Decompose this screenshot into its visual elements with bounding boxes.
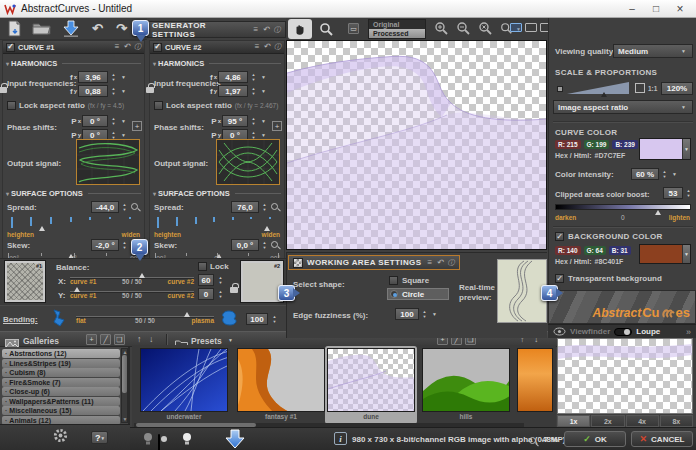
spread-spinner[interactable] <box>120 201 129 213</box>
bending-slider[interactable]: flat 50 / 50 plasma <box>76 313 214 325</box>
fit-to-window-button[interactable] <box>510 23 522 32</box>
move-up-button[interactable]: ↑ <box>137 334 142 344</box>
balance-x-slider[interactable]: curve #1 50 / 50 curve #2 <box>70 274 194 286</box>
color-intensity-value[interactable]: 60 % <box>631 168 659 180</box>
bending-value[interactable]: 100 <box>246 313 268 325</box>
shape-option-circle[interactable]: Circle <box>387 288 449 300</box>
harmonics-section-header[interactable]: HARMONICS <box>153 59 281 68</box>
generator-settings-header[interactable]: GENERATOR SETTINGS <box>147 21 286 38</box>
fy-value[interactable]: 1,97 <box>218 85 248 97</box>
zoom-in-button[interactable] <box>434 21 449 40</box>
gallery-item-abstractions[interactable]: Abstractions (12) <box>2 349 120 358</box>
balance-x-thumb[interactable] <box>139 273 145 278</box>
curve-color-swatch[interactable] <box>639 138 691 160</box>
flat-bending-icon[interactable] <box>50 308 70 332</box>
thumbnail-underwater[interactable]: underwater <box>138 346 230 424</box>
hints-toggle[interactable] <box>158 434 160 450</box>
boost-slider-thumb[interactable] <box>655 210 661 215</box>
balance-lock-checkbox[interactable] <box>198 262 207 271</box>
shape-option-square[interactable]: Square <box>389 276 429 285</box>
spread-zoom-icon[interactable] <box>270 202 281 213</box>
scale-min-knob[interactable] <box>557 86 563 92</box>
menu-icon[interactable] <box>115 42 120 52</box>
plasma-bending-icon[interactable] <box>219 309 239 331</box>
share-download-button[interactable] <box>222 429 248 450</box>
fx-value[interactable]: 3,96 <box>78 71 108 83</box>
balance-y-spinner[interactable] <box>216 288 225 300</box>
main-canvas[interactable] <box>286 40 547 250</box>
fx-spinner[interactable] <box>249 71 258 83</box>
tab-original[interactable]: Original <box>369 20 425 29</box>
px-dropdown[interactable] <box>119 115 128 127</box>
boost-value[interactable]: 53 <box>663 187 683 199</box>
gallery-scrollbar-thumb[interactable] <box>122 355 127 393</box>
gallery-item-fire-smoke[interactable]: Fire&Smoke (7) <box>2 378 120 387</box>
balance-y-thumb[interactable] <box>74 287 80 292</box>
navigator-button[interactable]: ▭ <box>348 23 359 34</box>
gallery-item-close-up[interactable]: Close-up (6) <box>2 387 120 396</box>
scale-percent-value[interactable]: 120% <box>661 82 693 95</box>
fy-spinner[interactable] <box>109 85 118 97</box>
expand-chevron[interactable]: » <box>686 327 691 337</box>
copy-gallery-button[interactable]: ❏ <box>114 334 125 345</box>
save-button[interactable] <box>6 20 24 41</box>
cancel-button[interactable]: CANCEL <box>631 431 693 447</box>
menu-icon[interactable] <box>255 42 260 52</box>
viewfinder-label[interactable]: Viewfinder <box>570 327 610 336</box>
reset-icon[interactable] <box>436 258 443 268</box>
frequency-lock-icon[interactable] <box>146 87 154 93</box>
balance-x-spinner[interactable] <box>216 274 225 286</box>
reset-icon[interactable] <box>262 25 269 35</box>
skew-zoom-icon[interactable] <box>270 240 281 251</box>
curve1-surface-thumbnail[interactable]: #1 <box>5 261 45 302</box>
edge-fuzziness-spinner[interactable] <box>420 308 429 320</box>
loupe-zoom-8x[interactable]: 8x <box>660 415 693 427</box>
curve2-surface-thumbnail[interactable]: #2 <box>241 261 283 302</box>
ok-button[interactable]: OK <box>564 431 626 447</box>
color-picker-dropdown[interactable] <box>682 139 690 159</box>
help-button[interactable]: ? <box>91 431 108 444</box>
phase-add-button[interactable] <box>272 121 282 131</box>
surface-options-header[interactable]: SURFACE OPTIONS <box>6 189 141 198</box>
px-spinner[interactable] <box>109 115 118 127</box>
menu-icon[interactable] <box>427 258 432 268</box>
thumbnail-partial[interactable] <box>515 346 555 424</box>
curve1-header[interactable]: CURVE #1 <box>3 41 144 54</box>
surface-options-header[interactable]: SURFACE OPTIONS <box>153 189 281 198</box>
lock-aspect-checkbox[interactable] <box>154 101 163 110</box>
zoom-tool-button[interactable] <box>314 19 338 39</box>
gallery-item-cubism[interactable]: Cubism (8) <box>2 368 120 377</box>
square-radio[interactable] <box>389 276 398 285</box>
zoom-reset-button[interactable] <box>478 21 493 40</box>
minimize-button[interactable] <box>620 1 644 17</box>
px-value[interactable]: 95 ° <box>222 115 248 127</box>
skew-spinner[interactable] <box>120 239 129 251</box>
edge-fuzziness-value[interactable]: 100 <box>395 308 419 320</box>
circle-radio[interactable] <box>390 290 398 298</box>
balance-y-slider[interactable]: curve #1 50 / 50 curve #2 <box>70 288 194 300</box>
background-color-swatch[interactable] <box>639 244 691 264</box>
px-spinner[interactable] <box>249 115 258 127</box>
loupe-label[interactable]: Loupe <box>636 327 660 336</box>
spread-zoom-icon[interactable] <box>130 202 141 213</box>
balance-x-value[interactable]: 60 <box>198 274 214 286</box>
loupe-zoom-2x[interactable]: 2x <box>591 415 624 427</box>
maximize-button[interactable] <box>644 1 668 17</box>
harmonics-section-header[interactable]: HARMONICS <box>6 59 141 68</box>
add-gallery-button[interactable]: + <box>86 334 97 345</box>
viewfinder-loupe-toggle[interactable] <box>614 328 632 336</box>
balance-lock-icon[interactable] <box>230 287 238 293</box>
thumbnail-hills[interactable]: hills <box>420 346 512 424</box>
reset-icon[interactable] <box>263 42 270 52</box>
curve2-header[interactable]: CURVE #2 <box>150 41 284 54</box>
hint-on-bulb-icon[interactable] <box>182 432 192 450</box>
px-dropdown[interactable] <box>259 115 268 127</box>
frequency-lock-icon[interactable] <box>0 87 7 93</box>
fx-dropdown[interactable] <box>259 71 268 83</box>
edit-gallery-button[interactable]: ╱ <box>100 334 111 345</box>
close-button[interactable] <box>668 1 692 17</box>
fy-dropdown[interactable] <box>259 85 268 97</box>
info-icon[interactable] <box>274 42 281 52</box>
curve1-enable-checkbox[interactable] <box>6 43 15 52</box>
output-signal-preview[interactable] <box>216 139 280 185</box>
